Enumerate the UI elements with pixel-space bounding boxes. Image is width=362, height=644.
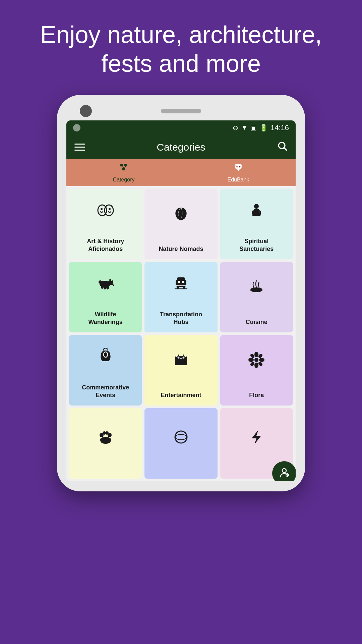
paw-icon <box>97 408 114 466</box>
category-spiritual[interactable]: SpiritualSanctuaries <box>220 189 293 259</box>
other-icon <box>249 408 264 466</box>
camera <box>80 105 92 117</box>
search-icon[interactable] <box>277 141 288 154</box>
svg-rect-37 <box>175 356 187 359</box>
status-dnd-icon: ⊖ <box>233 124 238 132</box>
svg-rect-43 <box>183 355 184 357</box>
hero-title: Enjoy nature, architecture, fests and mo… <box>27 20 335 78</box>
category-transportation[interactable]: TransportationHubs <box>144 262 217 332</box>
categories-grid: Art & HistoryAficionados Nature Nomads <box>66 186 296 481</box>
svg-rect-29 <box>182 281 184 283</box>
svg-point-47 <box>248 358 254 362</box>
svg-line-5 <box>122 166 124 168</box>
tab-edubank[interactable]: EduBank <box>181 159 296 186</box>
commemorative-label: CommemorativeEvents <box>79 384 132 399</box>
svg-point-59 <box>282 469 286 473</box>
category-wildlife[interactable]: WildlifeWanderings <box>69 262 142 332</box>
svg-point-22 <box>106 285 109 289</box>
tab-bar: Category EduBank <box>66 159 296 186</box>
flora-icon <box>248 335 265 385</box>
status-bar: ⊖ ▼ ▣ 🔋 14:16 <box>66 120 296 135</box>
svg-point-48 <box>259 358 264 362</box>
svg-point-50 <box>258 353 263 359</box>
svg-point-14 <box>105 205 113 216</box>
svg-point-51 <box>250 361 255 367</box>
category-commemorative[interactable]: CommemorativeEvents <box>69 335 142 406</box>
svg-point-52 <box>258 361 263 367</box>
svg-rect-27 <box>177 277 185 281</box>
phone-frame: ⊖ ▼ ▣ 🔋 14:16 Categories <box>57 95 305 491</box>
fab-icon <box>278 466 291 480</box>
svg-point-10 <box>237 166 237 167</box>
svg-point-23 <box>101 285 104 289</box>
category-art-history[interactable]: Art & HistoryAficionados <box>69 189 142 259</box>
svg-point-45 <box>254 352 258 357</box>
hero-section: Enjoy nature, architecture, fests and mo… <box>0 0 362 95</box>
tab-category-label: Category <box>113 177 135 183</box>
entertainment-icon <box>172 335 190 385</box>
svg-rect-28 <box>178 281 180 283</box>
svg-point-17 <box>254 204 259 209</box>
svg-point-46 <box>254 363 258 368</box>
edubank-tab-icon <box>233 162 244 175</box>
status-battery-icon: 🔋 <box>259 124 268 132</box>
svg-rect-12 <box>238 169 239 171</box>
category-entertainment[interactable]: Entertainment <box>144 335 217 406</box>
category-tab-icon <box>118 162 129 175</box>
svg-rect-4 <box>122 168 125 170</box>
svg-point-7 <box>235 164 242 170</box>
menu-button[interactable] <box>74 144 85 151</box>
status-time: 14:16 <box>270 123 289 132</box>
svg-line-1 <box>284 148 287 150</box>
tab-category[interactable]: Category <box>66 159 181 186</box>
svg-point-20 <box>99 280 102 284</box>
status-signal-icon: ▣ <box>250 124 257 132</box>
flora-label: Flora <box>246 391 266 399</box>
fab-nearby[interactable] <box>272 461 296 481</box>
svg-point-11 <box>239 166 240 167</box>
commemorative-icon <box>97 335 114 377</box>
phone-screen: ⊖ ▼ ▣ 🔋 14:16 Categories <box>66 120 296 481</box>
svg-point-15 <box>101 208 103 210</box>
category-paw[interactable] <box>69 408 142 479</box>
cuisine-icon <box>247 262 266 312</box>
svg-point-24 <box>111 280 113 282</box>
svg-point-21 <box>104 285 106 289</box>
svg-point-56 <box>105 431 109 435</box>
status-wifi-icon: ▼ <box>241 124 248 131</box>
speaker <box>161 109 201 113</box>
transportation-icon <box>172 262 190 304</box>
svg-rect-2 <box>120 164 123 166</box>
svg-rect-3 <box>124 164 127 166</box>
spiritual-label: SpiritualSanctuaries <box>237 237 276 253</box>
wildlife-icon <box>96 262 116 304</box>
wildlife-label: WildlifeWanderings <box>85 311 125 326</box>
transportation-label: TransportationHubs <box>157 311 205 326</box>
art-history-icon <box>96 189 115 231</box>
grid-wrapper: Art & HistoryAficionados Nature Nomads <box>66 186 296 481</box>
status-right: ⊖ ▼ ▣ 🔋 14:16 <box>233 123 289 132</box>
spiritual-icon <box>248 189 265 231</box>
art-history-label: Art & HistoryAficionados <box>84 237 127 253</box>
category-flora[interactable]: Flora <box>220 335 293 406</box>
svg-point-25 <box>109 279 111 281</box>
category-nature-nomads[interactable]: Nature Nomads <box>144 189 217 259</box>
entertainment-label: Entertainment <box>158 391 204 399</box>
nature-nomads-label: Nature Nomads <box>156 245 206 253</box>
svg-line-6 <box>124 166 126 168</box>
nature-nomads-icon <box>172 189 190 239</box>
toolbar: Categories <box>66 135 296 159</box>
svg-point-49 <box>250 353 255 359</box>
tab-edubank-label: EduBank <box>228 177 249 183</box>
svg-point-16 <box>109 208 111 210</box>
svg-point-44 <box>254 358 258 362</box>
svg-rect-42 <box>178 355 179 357</box>
status-app-icon <box>73 124 80 131</box>
category-cuisine[interactable]: Cuisine <box>220 262 293 332</box>
toolbar-title: Categories <box>157 142 205 153</box>
category-sports[interactable] <box>144 408 217 479</box>
sports-icon <box>172 408 190 466</box>
cuisine-label: Cuisine <box>243 318 270 326</box>
phone-top <box>66 105 296 117</box>
